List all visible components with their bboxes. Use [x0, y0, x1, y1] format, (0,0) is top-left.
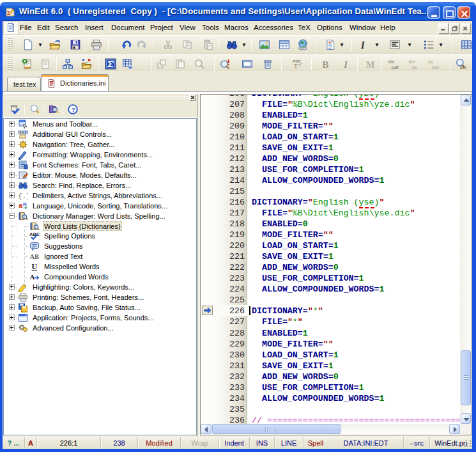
svg-text:dvi: dvi: [388, 59, 394, 65]
svg-text:U: U: [32, 262, 38, 271]
svg-text:pdf: pdf: [432, 65, 439, 70]
svg-text:M: M: [366, 59, 375, 70]
svg-text:ps: ps: [412, 65, 417, 70]
svg-text:pdf: pdf: [392, 65, 399, 70]
svg-text:R: R: [23, 201, 27, 207]
svg-text:ps: ps: [428, 59, 433, 65]
svg-text:B: B: [323, 59, 329, 70]
svg-text:{.}: {.}: [18, 192, 28, 200]
svg-text:?: ?: [72, 106, 75, 113]
svg-text:a: a: [19, 201, 23, 209]
svg-text:T: T: [293, 62, 298, 70]
svg-text:dvi: dvi: [408, 59, 415, 65]
svg-text:I: I: [360, 40, 365, 51]
svg-text:AB: AB: [30, 253, 40, 260]
svg-text:ABC: ABC: [29, 231, 40, 237]
svg-text:DVI: DVI: [460, 65, 466, 70]
svg-text:I: I: [343, 59, 348, 70]
svg-text:A: A: [30, 273, 35, 281]
